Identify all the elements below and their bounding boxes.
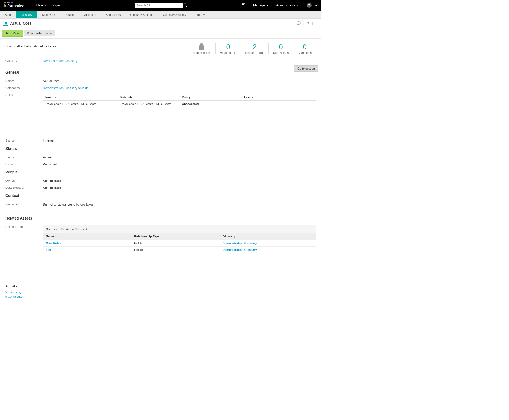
tab-validation[interactable]: Validation: [78, 11, 101, 18]
tab-glossary-security[interactable]: Glossary Security: [158, 11, 191, 18]
comment-bubble-icon[interactable]: 💬: [297, 21, 301, 25]
activity-title: Activity: [5, 285, 316, 288]
expand-icon[interactable]: ⌄: [316, 21, 318, 25]
phase-value: Published: [43, 162, 316, 166]
page-header: ☰ Actual Cost 💬 | ⟳ | ⌄: [0, 19, 321, 28]
source-label: Source:: [5, 139, 43, 143]
rules-label: Rules:: [5, 93, 43, 133]
name-label: Name:: [5, 79, 43, 83]
view-history-link[interactable]: View History: [5, 290, 316, 294]
description-value: Sum of all actual costs before taxes: [43, 203, 316, 206]
logo-text: Informatica: [4, 4, 24, 9]
search-icon[interactable]: [183, 3, 188, 7]
owner-value: Administrator: [43, 179, 316, 183]
related-glossary-link[interactable]: Demonstration Glossary: [223, 248, 257, 251]
rules-header-policy[interactable]: Policy: [180, 94, 241, 100]
related-header-name[interactable]: Name▲: [43, 233, 132, 240]
help-icon[interactable]: ?: [307, 3, 312, 8]
name-value: Actual Cost: [43, 79, 316, 83]
content-area: Go to section General Name: Actual Cost …: [0, 65, 321, 277]
categories-label: Categories:: [5, 86, 43, 90]
phase-label: Phase:: [5, 162, 43, 166]
nav-tabs: Start Glossary Discovery Design Validati…: [0, 11, 321, 19]
rules-row[interactable]: Travel costs + G.A. costs + M.O. Costs T…: [43, 101, 316, 107]
stat-comments[interactable]: 0 Comments: [293, 43, 316, 54]
app-logo: Informatica: [4, 2, 24, 9]
search-scope-dropdown-icon[interactable]: ▾: [178, 4, 180, 7]
related-terms-label: Related Terms:: [5, 225, 43, 272]
svg-line-1: [186, 6, 187, 7]
tab-term-view[interactable]: Term View: [2, 30, 23, 37]
tab-glossary[interactable]: Glossary: [16, 11, 37, 18]
top-bar: Informatica New Open ▾ Manage Administra…: [0, 0, 321, 11]
source-value: Internal: [43, 139, 316, 143]
sort-asc-icon: ▲: [54, 96, 57, 99]
section-people-title: People: [5, 170, 316, 174]
related-terms-table: Number of Business Terms: 2 Name▲ Relati…: [43, 225, 316, 272]
glossary-link[interactable]: Demonstration Glossary: [43, 59, 77, 63]
rules-header-intent[interactable]: Rule Intent: [118, 94, 180, 100]
rules-header-name[interactable]: Name▲: [43, 94, 118, 100]
steward-label: Data Steward:: [5, 186, 43, 190]
activity-section: Activity View History 0 Comments: [0, 282, 321, 301]
tab-design[interactable]: Design: [60, 11, 78, 18]
goto-section-button[interactable]: Go to section: [294, 65, 318, 72]
section-status-title: Status: [5, 146, 316, 151]
status-label: Status:: [5, 156, 43, 159]
page-title: Actual Cost: [10, 21, 31, 25]
comments-link[interactable]: 0 Comments: [5, 294, 316, 299]
view-tabs: Term View Relationships View: [0, 28, 321, 39]
description-label: Description:: [5, 203, 43, 206]
manage-menu[interactable]: Manage: [253, 3, 268, 7]
related-term-link[interactable]: Fee: [46, 248, 51, 251]
sort-asc-icon: ▲: [55, 235, 57, 238]
stat-attachments[interactable]: 0 Attachments: [215, 43, 241, 54]
new-menu[interactable]: New: [36, 3, 47, 7]
related-glossary-link[interactable]: Demonstration Glossary: [223, 241, 257, 245]
related-term-link[interactable]: Cost Ratio: [46, 241, 61, 245]
section-general-title: General: [5, 70, 316, 74]
related-row: Cost Ratio Related Demonstration Glossar…: [43, 240, 316, 247]
rules-header-assets[interactable]: Assets: [241, 94, 303, 100]
tab-start[interactable]: Start: [0, 11, 16, 18]
section-context-title: Context: [5, 194, 316, 198]
search-input[interactable]: [135, 3, 183, 8]
open-button[interactable]: Open: [53, 3, 61, 7]
stat-related-terms[interactable]: 2 Related Terms: [241, 43, 268, 54]
term-icon: ☰: [3, 21, 8, 26]
owner-label: Owner:: [5, 179, 43, 183]
related-row: Fee Related Demonstration Glossary: [43, 247, 316, 253]
glossary-row: Glossary Demonstration Glossary: [0, 57, 321, 65]
stat-administrator: Administrator: [188, 45, 215, 54]
section-related-assets-title: Related Assets: [5, 216, 316, 220]
tab-glossary-settings[interactable]: Glossary Settings: [125, 11, 158, 18]
term-description: Sum of all actual costs before taxes: [5, 44, 56, 48]
related-header-glossary[interactable]: Glossary: [220, 233, 308, 240]
summary-row: Sum of all actual costs before taxes Adm…: [0, 39, 321, 57]
user-menu[interactable]: Administrator: [276, 3, 299, 7]
related-terms-caption: Number of Business Terms: 2: [43, 225, 316, 233]
tab-library[interactable]: Library: [191, 11, 210, 18]
categories-link-costs[interactable]: Costs: [80, 86, 89, 90]
help-dropdown-icon[interactable]: [315, 3, 317, 7]
status-value: Active: [43, 156, 316, 159]
tab-relationships-view[interactable]: Relationships View: [24, 30, 55, 36]
rules-table: Name▲ Rule Intent Policy Assets Travel c…: [43, 94, 316, 133]
stat-data-assets[interactable]: 0 Data Assets: [268, 43, 293, 54]
search-container: ▾: [135, 3, 188, 8]
refresh-icon[interactable]: ⟳: [307, 21, 309, 25]
flag-icon[interactable]: [241, 3, 245, 7]
categories-link-glossary[interactable]: Demonstration Glossary: [43, 86, 77, 90]
glossary-label: Glossary: [5, 59, 43, 63]
svg-point-0: [184, 4, 186, 6]
user-icon: [199, 45, 204, 50]
tab-scorecards[interactable]: Scorecards: [101, 11, 126, 18]
related-header-type[interactable]: Relationship Type: [132, 233, 220, 240]
steward-value: Administrator: [43, 186, 316, 190]
tab-discovery[interactable]: Discovery: [37, 11, 60, 18]
